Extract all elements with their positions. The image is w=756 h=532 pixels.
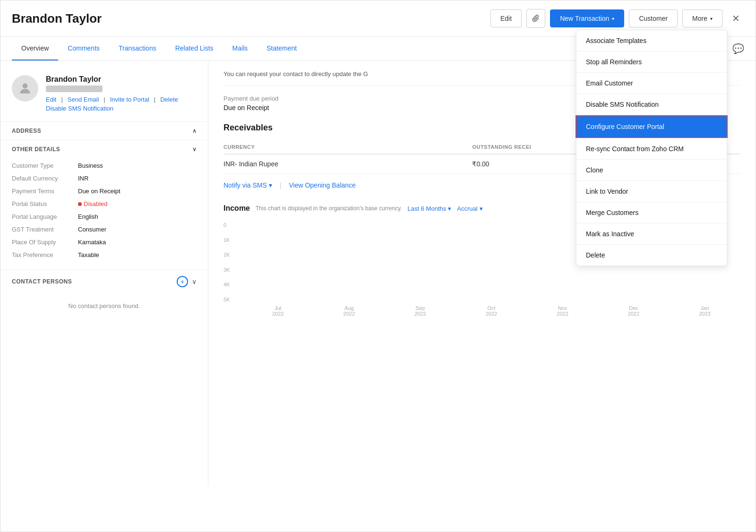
dropdown-item-configure-customer-portal[interactable]: Configure Customer Portal xyxy=(576,115,728,138)
other-details-section-header[interactable]: OTHER DETAILS ∨ xyxy=(0,140,208,158)
dropdown-item-merge-customers[interactable]: Merge Customers xyxy=(576,202,727,223)
chevron-down-icon: ▾ xyxy=(612,16,614,21)
tab-mails[interactable]: Mails xyxy=(223,37,258,60)
dropdown-item-re-sync-contact-from-zoho-crm[interactable]: Re-sync Contact from Zoho CRM xyxy=(576,138,727,159)
currency-cell: INR- Indian Rupee xyxy=(223,154,472,174)
details-grid: Customer TypeBusinessDefault CurrencyINR… xyxy=(0,158,208,270)
disable-sms-link[interactable]: Disable SMS Notification xyxy=(46,105,178,112)
detail-label: Default Currency xyxy=(12,175,78,182)
more-button[interactable]: More ▾ xyxy=(682,9,722,27)
add-contact-person-button[interactable]: + xyxy=(177,276,188,287)
customer-button[interactable]: Customer xyxy=(629,9,678,27)
tab-comments[interactable]: Comments xyxy=(58,37,109,60)
dropdown-item-clone[interactable]: Clone xyxy=(576,160,727,180)
contact-name: Brandon Taylor xyxy=(46,75,178,84)
chart-y-label: 4K xyxy=(223,282,238,287)
delete-contact-link[interactable]: Delete xyxy=(160,96,178,103)
chevron-down-icon: ▾ xyxy=(480,205,483,212)
view-opening-balance-link[interactable]: View Opening Balance xyxy=(289,181,355,189)
chart-x-label: Sep2022 xyxy=(414,305,426,317)
detail-row: Tax PreferenceTaxable xyxy=(12,251,197,258)
chart-y-label: 5K xyxy=(223,297,238,302)
contact-info: Brandon Taylor Edit | Send Email | Invit… xyxy=(46,75,178,112)
chart-x-label: Dec2022 xyxy=(628,305,639,317)
contact-links: Edit | Send Email | Invite to Portal | D… xyxy=(46,96,178,103)
attachment-button[interactable] xyxy=(526,9,545,28)
header-actions: Edit New Transaction ▾ Customer More ▾ ✕ xyxy=(490,9,744,28)
tab-transactions[interactable]: Transactions xyxy=(109,37,166,60)
invite-portal-link[interactable]: Invite to Portal xyxy=(110,96,149,103)
edit-contact-link[interactable]: Edit xyxy=(46,96,56,103)
chart-y-label: 1K xyxy=(223,237,238,243)
person-icon xyxy=(17,81,33,96)
detail-value: Disabled xyxy=(78,200,108,207)
detail-row: Payment TermsDue on Receipt xyxy=(12,188,197,195)
chevron-down-icon: ∨ xyxy=(192,146,197,153)
tab-statement[interactable]: Statement xyxy=(257,37,306,60)
detail-label: Portal Status xyxy=(12,200,78,207)
new-transaction-button[interactable]: New Transaction ▾ xyxy=(550,9,624,27)
tab-overview[interactable]: Overview xyxy=(12,37,58,60)
chart-x-label: Jan2023 xyxy=(699,305,710,317)
address-section-header[interactable]: ADDRESS ∧ xyxy=(0,121,208,140)
chart-x-label: Nov2022 xyxy=(557,305,568,317)
detail-label: Customer Type xyxy=(12,162,78,169)
app-container: Brandon Taylor Edit New Transaction ▾ Cu… xyxy=(0,0,756,532)
detail-value: Due on Receipt xyxy=(78,188,120,195)
detail-row: Portal StatusDisabled xyxy=(12,200,197,207)
detail-label: GST Treatment xyxy=(12,226,78,233)
chart-y-label: 0 xyxy=(223,222,238,228)
contact-persons-header: CONTACT PERSONS + ∨ xyxy=(0,270,208,293)
chart-x-label: Aug2022 xyxy=(344,305,355,317)
tab-related-lists[interactable]: Related Lists xyxy=(166,37,223,60)
dropdown-item-link-to-vendor[interactable]: Link to Vendor xyxy=(576,181,727,202)
chart-x-label: Jul2022 xyxy=(272,305,284,317)
chart-x-labels: Jul2022Aug2022Sep2022Oct2022Nov2022Dec20… xyxy=(242,305,740,317)
chat-icon[interactable]: 💬 xyxy=(732,43,744,54)
currency-header: CURRENCY xyxy=(223,140,472,154)
chart-y-labels: 5K4K3K2K1K0 xyxy=(223,222,238,302)
detail-label: Tax Preference xyxy=(12,251,78,258)
dropdown-item-associate-templates[interactable]: Associate Templates xyxy=(576,30,727,51)
detail-row: GST TreatmentConsumer xyxy=(12,226,197,233)
svg-point-0 xyxy=(23,83,28,88)
no-contact-message: No contact persons found. xyxy=(0,293,208,319)
chevron-down-icon[interactable]: ∨ xyxy=(192,278,197,285)
dropdown-menu: Associate TemplatesStop all RemindersEma… xyxy=(576,30,727,266)
contact-section: Brandon Taylor Edit | Send Email | Invit… xyxy=(0,70,208,121)
detail-row: Place Of SupplyKarnataka xyxy=(12,239,197,246)
detail-row: Default CurrencyINR xyxy=(12,175,197,182)
chevron-down-icon: ▾ xyxy=(710,16,713,21)
contact-phone-blurred xyxy=(46,86,103,92)
chart-x-label: Oct2022 xyxy=(486,305,497,317)
close-button[interactable]: ✕ xyxy=(727,10,744,27)
edit-button[interactable]: Edit xyxy=(490,9,522,27)
dropdown-item-disable-sms-notification[interactable]: Disable SMS Notification xyxy=(576,94,727,115)
chart-y-label: 3K xyxy=(223,267,238,273)
last-6-months-filter[interactable]: Last 6 Months ▾ xyxy=(408,205,452,212)
chevron-down-icon: ▾ xyxy=(448,205,451,212)
detail-value: Consumer xyxy=(78,226,106,233)
avatar xyxy=(12,75,38,102)
detail-row: Customer TypeBusiness xyxy=(12,162,197,169)
send-email-link[interactable]: Send Email xyxy=(68,96,99,103)
chevron-down-icon: ▾ xyxy=(269,181,272,189)
dropdown-item-email-customer[interactable]: Email Customer xyxy=(576,73,727,94)
paperclip-icon xyxy=(532,15,540,22)
detail-value: Taxable xyxy=(78,251,99,258)
dropdown-item-delete[interactable]: Delete xyxy=(576,245,727,266)
chart-y-label: 2K xyxy=(223,252,238,257)
dropdown-item-mark-as-inactive[interactable]: Mark as Inactive xyxy=(576,223,727,244)
page-title: Brandon Taylor xyxy=(12,11,490,26)
status-dot xyxy=(78,202,82,206)
accrual-filter[interactable]: Accrual ▾ xyxy=(457,205,482,212)
detail-value: Karnataka xyxy=(78,239,106,246)
notify-sms-link[interactable]: Notify via SMS ▾ xyxy=(223,181,272,189)
detail-label: Place Of Supply xyxy=(12,239,78,246)
sidebar: Brandon Taylor Edit | Send Email | Invit… xyxy=(0,61,208,486)
detail-value: Business xyxy=(78,162,103,169)
detail-label: Portal Language xyxy=(12,213,78,220)
contact-persons-actions: + ∨ xyxy=(177,276,197,287)
dropdown-item-stop-all-reminders[interactable]: Stop all Reminders xyxy=(576,51,727,72)
detail-value: English xyxy=(78,213,98,220)
